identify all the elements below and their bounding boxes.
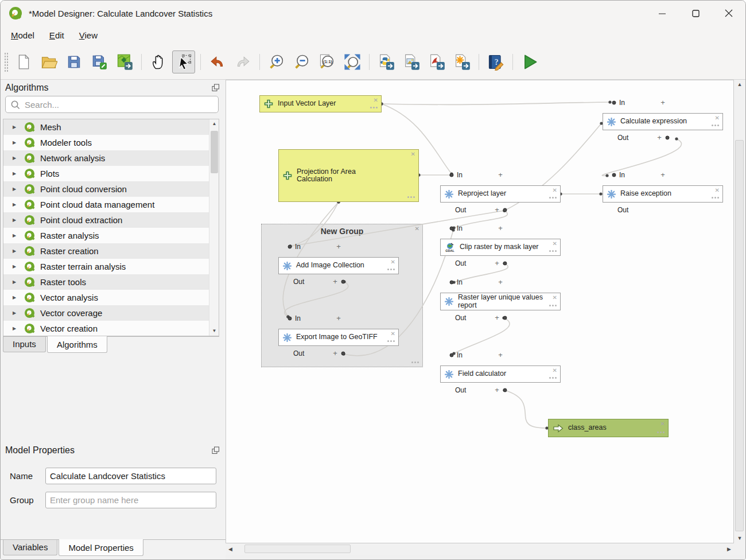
scroll-down-icon[interactable]: ▼ (209, 326, 219, 336)
algo-category-vector-analysis[interactable]: ▶Vector analysis (3, 290, 219, 305)
menu-edit[interactable]: Edit (44, 28, 70, 42)
save-model-in-project-button[interactable] (113, 50, 136, 73)
scroll-right-icon[interactable]: ▶ (724, 543, 734, 555)
redo-button[interactable] (231, 50, 254, 73)
edit-model-help-button[interactable]: ? (484, 50, 507, 73)
export-as-python-script-button[interactable] (375, 50, 398, 73)
float-panel-icon[interactable] (212, 84, 220, 92)
expand-outputs-icon[interactable]: + (495, 386, 499, 394)
node-input-vector-layer[interactable]: Input Vector Layer✕ (259, 95, 382, 112)
expand-inputs-icon[interactable]: + (336, 314, 341, 322)
in-socket-reproject-layer[interactable] (450, 173, 454, 177)
canvas-vertical-scrollbar[interactable]: ▲ ▼ (734, 80, 745, 543)
node-add-image-collection[interactable]: Add Image Collection✕ (278, 257, 399, 274)
tab-model-properties[interactable]: Model Properties (59, 539, 143, 556)
menu-view[interactable]: View (73, 28, 103, 42)
out-socket-raster-layer-unique-values-report[interactable] (503, 316, 507, 320)
menu-model[interactable]: Model (5, 28, 40, 42)
zoom-out-button[interactable] (290, 50, 313, 73)
expand-inputs-icon[interactable]: + (660, 98, 665, 107)
expand-arrow-icon[interactable]: ▶ (13, 140, 21, 145)
scrollbar-thumb[interactable] (211, 131, 218, 173)
scroll-up-icon[interactable]: ▲ (734, 80, 745, 90)
out-socket-reproject-layer[interactable] (503, 208, 507, 212)
expand-inputs-icon[interactable]: + (498, 224, 503, 232)
expand-inputs-icon[interactable]: + (336, 242, 341, 251)
scroll-up-icon[interactable]: ▲ (209, 119, 219, 129)
algo-category-vector-creation[interactable]: ▶Vector creation (3, 321, 219, 336)
out-socket-clip-raster-by-mask-layer[interactable] (503, 262, 507, 266)
node-calculate-expression[interactable]: Calculate expression✕ (603, 113, 723, 130)
tab-inputs[interactable]: Inputs (3, 337, 46, 352)
expand-inputs-icon[interactable]: + (498, 278, 503, 286)
scrollbar-thumb[interactable] (735, 140, 744, 531)
expand-arrow-icon[interactable]: ▶ (13, 295, 21, 300)
canvas-horizontal-scrollbar[interactable]: ◀ ▶ (226, 543, 734, 555)
expand-inputs-icon[interactable]: + (498, 170, 503, 179)
float-panel-icon[interactable] (212, 446, 220, 454)
expand-outputs-icon[interactable]: + (495, 205, 499, 214)
pan-tool-button[interactable] (147, 50, 170, 73)
node-clip-raster-by-mask-layer[interactable]: GDALClip raster by mask layer✕ (440, 239, 561, 256)
node-export-image-to-geotiff[interactable]: Export Image to GeoTIFF✕ (278, 329, 399, 346)
model-canvas[interactable]: New Group✕Input Vector Layer✕Projection … (226, 80, 734, 543)
expand-outputs-icon[interactable]: + (657, 133, 662, 142)
scrollbar-thumb[interactable] (244, 545, 351, 553)
collapse-icon[interactable]: ✕ (411, 151, 415, 157)
algorithm-list-scrollbar[interactable]: ▲ ▼ (209, 119, 219, 336)
algo-category-raster-tools[interactable]: ▶Raster tools (3, 274, 219, 290)
in-socket-calculate-expression[interactable] (612, 101, 616, 105)
node-projection-for-area-calculation[interactable]: Projection for Area Calculation✕ (278, 149, 419, 202)
node-raster-layer-unique-values-report[interactable]: Raster layer unique values report✕ (440, 293, 561, 310)
algo-category-raster-terrain-analysis[interactable]: ▶Raster terrain analysis (3, 259, 219, 274)
in-socket-clip-raster-by-mask-layer[interactable] (450, 227, 454, 231)
zoom-in-button[interactable] (265, 50, 288, 73)
expand-inputs-icon[interactable]: + (660, 170, 665, 179)
toolbar-grip[interactable] (4, 52, 9, 72)
algo-category-vector-coverage[interactable]: ▶Vector coverage (3, 305, 219, 321)
expand-arrow-icon[interactable]: ▶ (13, 155, 21, 161)
in-socket-raise-exception[interactable] (612, 173, 616, 177)
algo-category-modeler-tools[interactable]: ▶Modeler tools (3, 135, 219, 150)
run-model-button[interactable] (518, 50, 541, 73)
expand-arrow-icon[interactable]: ▶ (13, 310, 21, 316)
save-model-as-button[interactable] (88, 50, 111, 73)
export-as-svg-button[interactable] (450, 50, 473, 73)
in-socket-add-image-collection[interactable] (288, 245, 292, 249)
expand-arrow-icon[interactable]: ▶ (13, 125, 21, 130)
expand-arrow-icon[interactable]: ▶ (13, 264, 21, 269)
algo-category-point-cloud-extraction[interactable]: ▶Point cloud extraction (3, 212, 219, 228)
select-move-item-button[interactable] (172, 50, 195, 73)
close-button[interactable] (712, 1, 745, 26)
expand-outputs-icon[interactable]: + (495, 259, 499, 267)
undo-button[interactable] (206, 50, 229, 73)
minimize-button[interactable] (646, 1, 679, 26)
expand-outputs-icon[interactable]: + (495, 313, 499, 322)
in-socket-export-image-to-geotiff[interactable] (288, 317, 292, 321)
expand-arrow-icon[interactable]: ▶ (13, 248, 21, 254)
expand-arrow-icon[interactable]: ▶ (13, 186, 21, 192)
algo-category-network-analysis[interactable]: ▶Network analysis (3, 150, 219, 166)
algo-category-point-cloud-conversion[interactable]: ▶Point cloud conversion (3, 181, 219, 197)
expand-arrow-icon[interactable]: ▶ (13, 326, 21, 331)
model-group-input[interactable] (45, 492, 216, 508)
expand-arrow-icon[interactable]: ▶ (13, 202, 21, 207)
zoom-actual-size-button[interactable]: (1:1) (316, 50, 339, 73)
model-name-input[interactable] (45, 468, 216, 484)
tab-algorithms[interactable]: Algorithms (47, 336, 107, 353)
export-as-image-button[interactable] (400, 50, 423, 73)
open-model-button[interactable] (37, 50, 60, 73)
in-socket-raster-layer-unique-values-report[interactable] (450, 281, 454, 285)
out-socket-field-calculator[interactable] (503, 388, 507, 392)
in-socket-field-calculator[interactable] (450, 353, 454, 357)
expand-arrow-icon[interactable]: ▶ (13, 171, 21, 176)
search-input[interactable] (25, 100, 197, 110)
algo-category-point-cloud-data-management[interactable]: ▶Point cloud data management (3, 197, 219, 212)
node-reproject-layer[interactable]: Reproject layer✕ (440, 185, 561, 203)
algo-category-raster-creation[interactable]: ▶Raster creation (3, 243, 219, 259)
out-socket-calculate-expression[interactable] (666, 136, 670, 140)
zoom-full-button[interactable] (341, 50, 364, 73)
new-model-button[interactable] (12, 50, 35, 73)
out-socket-export-image-to-geotiff[interactable] (341, 352, 345, 356)
tab-variables[interactable]: Variables (3, 540, 57, 555)
